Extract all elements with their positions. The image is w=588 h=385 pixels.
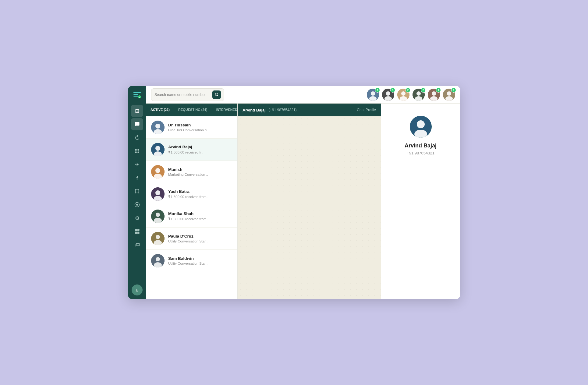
svg-point-60 — [417, 120, 425, 128]
avatar-sam — [151, 254, 165, 267]
top-bar: 2 3 — [146, 86, 460, 104]
active-avatar-4[interactable]: 2 — [413, 89, 425, 101]
svg-rect-17 — [135, 232, 137, 234]
chat-header-name: Arvind Bajaj — [243, 108, 266, 112]
svg-point-39 — [155, 124, 160, 129]
avatar-manish — [151, 165, 165, 178]
svg-point-14 — [136, 204, 138, 206]
conversation-item-paula[interactable]: Paula D'Cruz Utility Conversation Star.. — [146, 228, 237, 250]
active-avatar-5[interactable]: 1 — [428, 89, 440, 101]
app-window: ✓ ⊞ ✈ f — [128, 86, 460, 299]
svg-point-21 — [371, 91, 375, 96]
conversation-item-yash[interactable]: Yash Batra ₹1,500.00 received from.. — [146, 183, 237, 205]
search-button[interactable] — [212, 90, 221, 99]
tab-requesting[interactable]: REQUESTING (24) — [174, 104, 211, 116]
avatar-badge-1: 2 — [375, 88, 380, 93]
tabs-bar: ACTIVE (21) REQUESTING (24) INTERVENED (… — [146, 104, 237, 116]
conversation-item-sam[interactable]: Sam Baldwin Utility Conversation Star.. — [146, 250, 237, 272]
search-box — [151, 88, 224, 101]
report-icon[interactable] — [131, 199, 143, 211]
main-content: 2 3 — [146, 86, 460, 299]
svg-rect-7 — [135, 152, 136, 153]
active-avatar-3[interactable]: 2 — [397, 89, 409, 101]
chat-profile-button[interactable]: Chat Profile — [357, 108, 376, 112]
profile-name: Arvind Bajaj — [405, 143, 437, 149]
conversation-item-monika[interactable]: Monika Shah ₹1,500.00 received from.. — [146, 205, 237, 228]
workflow-icon[interactable] — [131, 185, 143, 197]
avatar-yash — [151, 187, 165, 201]
avatar-badge-4: 2 — [421, 88, 426, 93]
conversation-item-arvind[interactable]: Arvind Bajaj ₹1,500.00 received fr.. — [146, 139, 237, 161]
svg-rect-8 — [138, 152, 139, 153]
conv-info-paula: Paula D'Cruz Utility Conversation Star.. — [168, 234, 232, 243]
user-avatar-sidebar[interactable]: U — [132, 284, 143, 295]
svg-rect-1 — [133, 94, 138, 95]
facebook-icon[interactable]: f — [131, 172, 143, 184]
conv-preview-manish: Marketing Conversation .. — [168, 173, 232, 176]
svg-point-27 — [401, 91, 406, 96]
svg-point-9 — [135, 189, 136, 190]
svg-point-12 — [138, 192, 139, 193]
contacts-icon[interactable] — [131, 145, 143, 157]
chat-header-phone: (+91 987654321) — [269, 108, 297, 112]
svg-rect-18 — [137, 232, 140, 234]
svg-point-24 — [386, 91, 390, 96]
svg-point-30 — [416, 91, 421, 96]
conv-preview-arvind: ₹1,500.00 received fr.. — [168, 150, 232, 154]
history-icon[interactable] — [131, 132, 143, 144]
conv-info-monika: Monika Shah ₹1,500.00 received from.. — [168, 211, 232, 221]
conversation-item-manish[interactable]: Manish Marketing Conversation .. — [146, 161, 237, 183]
conversation-list: Dr. Hussain Free Tier Conversation S.. — [146, 116, 237, 299]
conv-name-monika: Monika Shah — [168, 211, 232, 216]
svg-point-11 — [135, 192, 136, 193]
settings-icon[interactable]: ⚙ — [131, 212, 143, 224]
svg-point-33 — [432, 91, 436, 96]
chat-icon[interactable] — [131, 118, 143, 130]
svg-point-42 — [155, 146, 160, 151]
conversation-area: ACTIVE (21) REQUESTING (24) INTERVENED (… — [146, 104, 460, 299]
active-avatar-1[interactable]: 2 — [367, 89, 379, 101]
conv-preview-yash: ₹1,500.00 received from.. — [168, 195, 232, 199]
active-avatar-2[interactable]: 3 — [382, 89, 394, 101]
conv-info-hussain: Dr. Hussain Free Tier Conversation S.. — [168, 123, 232, 132]
chat-messages — [238, 116, 381, 299]
svg-point-36 — [447, 91, 451, 96]
conv-info-arvind: Arvind Bajaj ₹1,500.00 received fr.. — [168, 145, 232, 154]
svg-text:✓: ✓ — [139, 96, 141, 99]
conv-name-manish: Manish — [168, 167, 232, 172]
svg-rect-0 — [133, 92, 141, 93]
avatar-badge-3: 2 — [406, 88, 410, 93]
profile-avatar — [410, 116, 432, 138]
active-avatars: 2 3 — [367, 89, 455, 101]
app-logo[interactable]: ✓ — [132, 90, 143, 101]
svg-rect-5 — [135, 149, 136, 150]
avatar-monika — [151, 210, 165, 223]
avatar-paula — [151, 232, 165, 245]
labels-icon[interactable]: 🏷 — [131, 239, 143, 251]
avatar-badge-5: 1 — [436, 88, 441, 93]
avatar-badge-6: 1 — [451, 88, 456, 93]
sidebar: ✓ ⊞ ✈ f — [128, 86, 146, 299]
tab-active[interactable]: ACTIVE (21) — [146, 104, 174, 116]
conversation-item-hussain[interactable]: Dr. Hussain Free Tier Conversation S.. — [146, 116, 237, 139]
svg-point-45 — [155, 168, 160, 173]
dashboard-icon[interactable]: ⊞ — [131, 105, 143, 117]
integrations-icon[interactable] — [131, 225, 143, 238]
svg-rect-15 — [135, 229, 137, 231]
conv-name-sam: Sam Baldwin — [168, 256, 232, 261]
svg-point-54 — [156, 235, 160, 239]
svg-rect-6 — [138, 149, 139, 150]
chat-header: Arvind Bajaj (+91 987654321) Chat Profil… — [238, 104, 381, 116]
left-panel: ACTIVE (21) REQUESTING (24) INTERVENED (… — [146, 104, 238, 299]
conv-info-sam: Sam Baldwin Utility Conversation Star.. — [168, 256, 232, 265]
conv-preview-hussain: Free Tier Conversation S.. — [168, 128, 232, 132]
search-input[interactable] — [154, 93, 210, 97]
conv-preview-paula: Utility Conversation Star.. — [168, 239, 232, 243]
profile-panel: Arvind Bajaj +91 987654321 — [381, 104, 460, 299]
active-avatar-6[interactable]: 1 — [443, 89, 455, 101]
avatar-badge-2: 3 — [390, 88, 395, 93]
flight-icon[interactable]: ✈ — [131, 158, 143, 171]
svg-point-48 — [155, 190, 160, 195]
conv-info-manish: Manish Marketing Conversation .. — [168, 167, 232, 176]
conv-preview-monika: ₹1,500.00 received from.. — [168, 217, 232, 221]
